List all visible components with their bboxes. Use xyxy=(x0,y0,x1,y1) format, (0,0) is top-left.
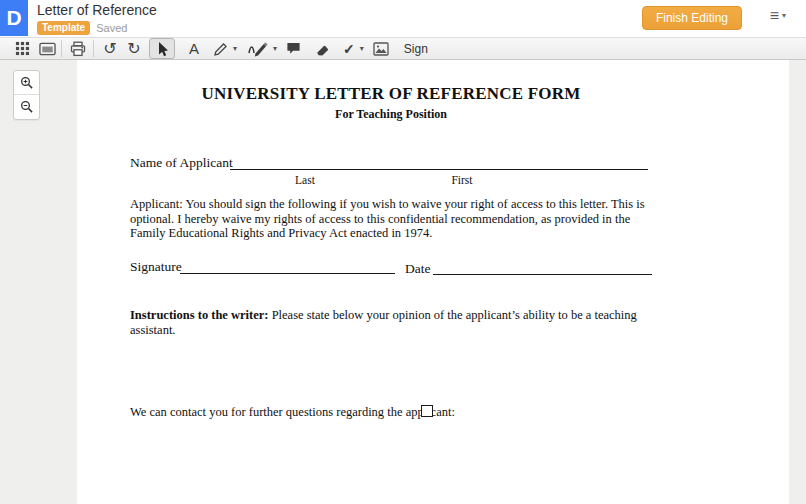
saved-status: Saved xyxy=(96,22,127,34)
form-title: UNIVERSITY LETTER OF REFERENCE FORM xyxy=(77,84,705,104)
zoom-out-button[interactable] xyxy=(14,95,39,119)
name-underline xyxy=(230,169,648,170)
waiver-paragraph: Applicant: You should sign the following… xyxy=(130,197,667,241)
page-panel-button[interactable] xyxy=(35,38,59,59)
toolbar-separator xyxy=(61,40,62,57)
print-icon xyxy=(70,41,86,57)
hamburger-icon: ≡ xyxy=(770,7,779,25)
grid-dashboard-button[interactable] xyxy=(10,38,34,59)
instructions-label: Instructions to the writer: xyxy=(130,308,269,322)
check-tool-button[interactable]: ✓ ▾ xyxy=(341,38,366,59)
cursor-icon xyxy=(154,41,170,57)
contact-question-label: We can contact you for further questions… xyxy=(130,405,455,420)
hamburger-menu-button[interactable]: ≡ ▾ xyxy=(770,7,786,25)
contact-checkbox[interactable] xyxy=(421,405,433,417)
insert-image-button[interactable] xyxy=(369,38,393,59)
app-header: D Letter of Reference Template Saved Fin… xyxy=(0,0,806,37)
dochub-logo[interactable]: D xyxy=(0,0,28,36)
pencil-tool-button[interactable]: ▾ xyxy=(210,38,239,59)
form-subtitle: For Teaching Position xyxy=(77,107,705,122)
chevron-down-icon: ▾ xyxy=(782,12,786,20)
finish-editing-button[interactable]: Finish Editing xyxy=(642,6,742,30)
eraser-tool-button[interactable] xyxy=(311,38,335,59)
pencil-icon xyxy=(212,41,229,57)
last-name-caption: Last xyxy=(285,174,325,186)
toolbar-separator xyxy=(93,40,94,57)
date-underline xyxy=(433,274,652,275)
name-of-applicant-label: Name of Applicant xyxy=(130,155,233,171)
zoom-controls xyxy=(13,70,40,120)
page-panel-icon xyxy=(39,42,56,56)
check-icon: ✓ xyxy=(343,42,355,56)
zoom-in-icon xyxy=(20,76,34,90)
document-page[interactable]: UNIVERSITY LETTER OF REFERENCE FORM For … xyxy=(77,60,789,504)
sign-button[interactable]: Sign xyxy=(400,38,432,59)
redo-button[interactable]: ↻ xyxy=(122,38,146,59)
image-icon xyxy=(373,42,389,56)
date-label: Date xyxy=(405,261,430,277)
document-title-block: Letter of Reference Template Saved xyxy=(37,2,157,35)
signature-label: Signature xyxy=(130,259,182,275)
signature-pen-icon xyxy=(247,40,269,57)
grid-icon xyxy=(15,41,30,56)
signature-underline xyxy=(180,273,395,274)
undo-button[interactable]: ↺ xyxy=(98,38,122,59)
chevron-down-icon: ▾ xyxy=(233,45,237,53)
text-tool-icon: A xyxy=(189,41,199,56)
select-tool-button[interactable] xyxy=(149,38,175,59)
instructions-line: Instructions to the writer: Please state… xyxy=(130,308,670,337)
zoom-out-icon xyxy=(20,100,34,114)
print-button[interactable] xyxy=(66,38,90,59)
template-badge: Template xyxy=(37,21,90,35)
comment-tool-button[interactable] xyxy=(281,38,305,59)
undo-icon: ↺ xyxy=(103,41,116,57)
redo-icon: ↻ xyxy=(127,41,140,57)
logo-letter: D xyxy=(6,6,21,30)
sign-button-label: Sign xyxy=(404,42,428,56)
zoom-in-button[interactable] xyxy=(14,71,39,95)
chevron-down-icon: ▾ xyxy=(360,45,364,53)
first-name-caption: First xyxy=(442,174,482,186)
comment-icon xyxy=(286,41,301,56)
document-title[interactable]: Letter of Reference xyxy=(37,2,157,19)
text-tool-button[interactable]: A xyxy=(182,38,206,59)
sign-draw-tool-button[interactable]: ▾ xyxy=(245,38,279,59)
editor-toolbar: ↺ ↻ A ▾ ▾ ✓ ▾ xyxy=(0,37,806,60)
eraser-icon xyxy=(315,41,331,57)
chevron-down-icon: ▾ xyxy=(273,45,277,53)
document-workspace: UNIVERSITY LETTER OF REFERENCE FORM For … xyxy=(0,61,806,504)
